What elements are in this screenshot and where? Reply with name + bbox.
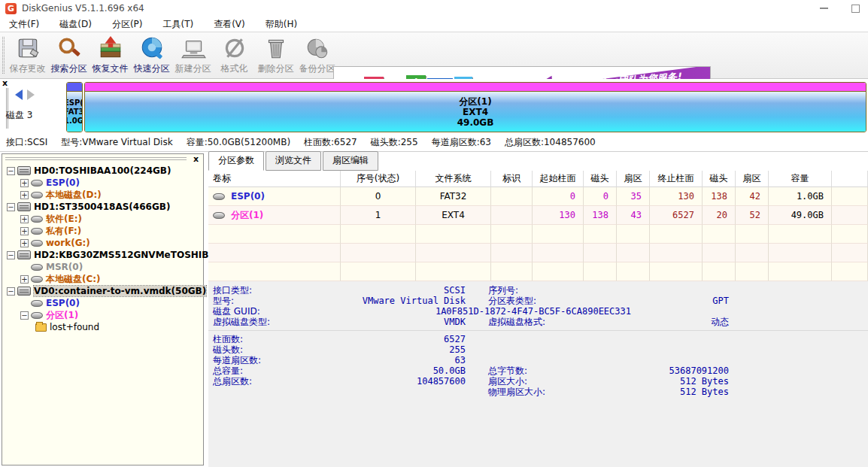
- tab-partition-params[interactable]: 分区参数: [208, 151, 264, 171]
- tree-node-hd1-g[interactable]: + work(G:): [2, 237, 203, 249]
- folder-icon: [35, 323, 47, 332]
- table-empty-row: [208, 262, 868, 281]
- info-heads: 磁头数:255: [371, 136, 418, 149]
- partition-icon: [31, 300, 43, 307]
- table-row-partition1[interactable]: 分区(1) 1 EXT4 130 138 43 6527 20 52 49.0G…: [208, 206, 868, 225]
- hard-disk-icon: [17, 202, 31, 211]
- virtual-disk-icon: [17, 287, 31, 296]
- tree-node-vd0[interactable]: − VD0:container-to-vm.vmdk(50GB): [2, 285, 203, 297]
- partition-table: 卷标 序号(状态) 文件系统 标识 起始柱面 磁头 扇区 终止柱面 磁头 扇区 …: [208, 171, 868, 281]
- col-start-head: 磁头: [584, 171, 617, 187]
- detail-row: 柱面数:6527: [208, 334, 868, 344]
- tree-node-hd0[interactable]: − HD0:TOSHIBAA100(224GB): [2, 165, 203, 177]
- col-end-sector: 扇区: [736, 171, 769, 187]
- partition-type-stripe: [85, 83, 866, 92]
- disk-info-bar: 接口:SCSI 型号:VMware Virtual Disk 容量:50.0GB…: [0, 134, 868, 152]
- tree-node-vd0-part1[interactable]: − 分区(1): [2, 309, 203, 321]
- current-disk-label: 磁盘 3: [6, 109, 32, 122]
- info-sectors-per-track: 每道扇区数:63: [432, 136, 491, 149]
- detail-row: 磁头数:255: [208, 344, 868, 355]
- collapse-icon[interactable]: −: [20, 311, 29, 320]
- tab-browse-files[interactable]: 浏览文件: [266, 151, 321, 171]
- partition-block-main[interactable]: 分区(1) EXT4 49.0GB: [84, 82, 866, 132]
- panel-grip[interactable]: [6, 88, 8, 129]
- tree-panel-grip[interactable]: [5, 157, 187, 160]
- esp-fs: FAT32: [66, 108, 83, 117]
- search-partition-button[interactable]: 搜索分区: [48, 34, 90, 78]
- col-start-sector: 扇区: [617, 171, 650, 187]
- next-disk-arrow-icon[interactable]: [27, 89, 35, 100]
- tree-node-hd2-c[interactable]: + 本地磁盘(C:): [2, 273, 203, 285]
- recover-files-button[interactable]: 恢复文件: [90, 34, 131, 78]
- main-partition-fs: EXT4: [463, 107, 488, 117]
- partition-icon: [31, 312, 43, 319]
- detail-row-guid: 磁盘 GUID:1A0F851D-1872-4F47-BC5F-6CA890EE…: [208, 306, 868, 317]
- prev-disk-arrow-icon[interactable]: [15, 89, 23, 100]
- minimize-button[interactable]: [812, 2, 835, 15]
- menu-view[interactable]: 查看(V): [205, 17, 256, 32]
- detail-row: 接口类型:SCSI 序列号:: [208, 285, 868, 296]
- col-volume-label: 卷标: [208, 171, 341, 187]
- main-partition-name: 分区(1): [459, 96, 491, 107]
- toolbar-grip[interactable]: [2, 37, 5, 74]
- expand-icon[interactable]: +: [20, 275, 29, 284]
- expand-icon[interactable]: +: [20, 239, 29, 247]
- panel-close-icon[interactable]: x: [2, 79, 8, 87]
- backup-partition-button[interactable]: 备份分区: [296, 34, 338, 78]
- collapse-icon[interactable]: −: [7, 203, 15, 211]
- menu-disk[interactable]: 磁盘(D): [50, 17, 103, 32]
- collapse-icon[interactable]: −: [7, 251, 15, 259]
- partition-icon: [31, 240, 43, 247]
- col-index-status: 序号(状态): [341, 171, 416, 187]
- tree-node-vd0-esp[interactable]: ESP(0): [2, 297, 203, 309]
- expand-icon[interactable]: +: [20, 191, 29, 199]
- hard-disk-icon: [17, 250, 31, 259]
- partition-type-stripe: [67, 83, 82, 92]
- col-start-cylinder: 起始柱面: [533, 171, 584, 187]
- info-cylinders: 柱面数:6527: [304, 136, 357, 149]
- format-button[interactable]: 格式化: [214, 34, 255, 78]
- menu-help[interactable]: 帮助(H): [256, 17, 308, 32]
- main-partition-size: 49.0GB: [457, 117, 494, 128]
- app-logo-icon: G: [5, 3, 17, 14]
- expand-icon[interactable]: +: [20, 215, 29, 223]
- tree-node-hd0-d[interactable]: + 本地磁盘(D:): [2, 189, 203, 201]
- partition-icon: [31, 216, 43, 223]
- maximize-button[interactable]: [844, 2, 866, 15]
- menu-partition[interactable]: 分区(P): [103, 17, 154, 32]
- tree-node-hd0-esp[interactable]: + ESP(0): [2, 177, 203, 189]
- partition-icon: [31, 276, 43, 283]
- tree-node-hd1[interactable]: − HD1:ST3500418AS(466GB): [2, 201, 203, 213]
- tree-panel-close-icon[interactable]: x: [193, 154, 199, 164]
- collapse-icon[interactable]: −: [7, 287, 15, 296]
- tree-node-hd1-e[interactable]: + 软件(E:): [2, 213, 203, 225]
- detail-row: 型号:VMware Virtual Disk 分区表类型:GPT: [208, 296, 868, 306]
- table-row-esp[interactable]: ESP(0) 0 FAT32 0 0 35 130 138 42 1.0GB: [208, 187, 868, 206]
- tab-sector-edit[interactable]: 扇区编辑: [323, 151, 378, 171]
- tree-node-lost-found[interactable]: lost+found: [2, 321, 203, 333]
- partition-block-esp[interactable]: ESP(0) FAT32 1.0GB: [66, 82, 83, 132]
- quick-partition-button[interactable]: 快速分区: [131, 34, 172, 78]
- menu-file[interactable]: 文件(F): [0, 17, 50, 32]
- disk-details-section: 接口类型:SCSI 序列号: 型号:VMware Virtual Disk 分区…: [208, 281, 868, 467]
- col-filesystem: 文件系统: [416, 171, 491, 187]
- menu-bar: 文件(F) 磁盘(D) 分区(P) 工具(T) 查看(V) 帮助(H): [0, 17, 868, 32]
- save-changes-button[interactable]: 保存更改: [7, 34, 48, 78]
- tree-node-hd2-msr[interactable]: MSR(0): [2, 261, 203, 273]
- save-icon: [15, 35, 41, 61]
- tree-node-hd1-f[interactable]: + 私有(F:): [2, 225, 203, 237]
- backup-partition-icon: [305, 35, 330, 61]
- format-icon: [222, 35, 247, 61]
- new-partition-button[interactable]: 新建分区: [172, 34, 214, 78]
- esp-size: 1.0GB: [66, 117, 83, 126]
- title-bar: G DiskGenius V5.1.1.696 x64: [0, 0, 868, 17]
- expand-icon[interactable]: +: [20, 227, 29, 235]
- partition-icon: [213, 212, 225, 219]
- delete-partition-button[interactable]: 删除分区: [255, 34, 296, 78]
- expand-icon[interactable]: +: [20, 179, 29, 187]
- tree-node-hd2[interactable]: − HD2:KBG30ZMS512GNVMeTOSHIBA512GB: [2, 249, 203, 261]
- info-model: 型号:VMware Virtual Disk: [61, 136, 172, 149]
- table-empty-row: [208, 225, 868, 244]
- menu-tools[interactable]: 工具(T): [153, 17, 205, 32]
- collapse-icon[interactable]: −: [7, 167, 15, 175]
